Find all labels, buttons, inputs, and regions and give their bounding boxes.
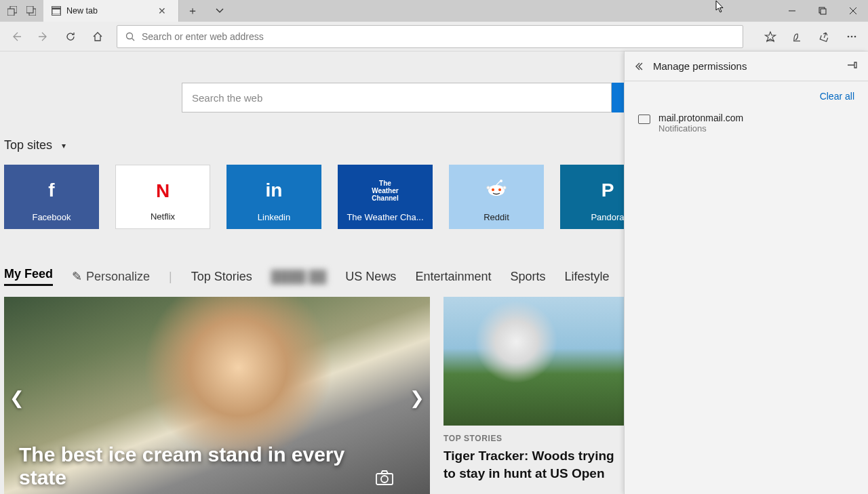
tab-us-news[interactable]: US News (345, 270, 396, 284)
story-category: TOP STORIES (443, 434, 625, 443)
tab-title: New tab (66, 6, 98, 16)
reading-list-button[interactable] (784, 22, 811, 52)
svg-point-21 (503, 186, 506, 189)
weather-channel-icon: TheWeatherChannel (372, 180, 398, 202)
close-window-button[interactable] (837, 0, 868, 22)
svg-rect-4 (52, 7, 60, 9)
tile-label: Linkedin (258, 212, 290, 222)
window-controls (776, 0, 868, 22)
titlebar: New tab ✕ ＋ (0, 0, 868, 22)
tab-top-stories[interactable]: Top Stories (191, 270, 252, 284)
tile-netflix[interactable]: N Netflix (115, 165, 210, 229)
clear-all-link[interactable]: Clear all (625, 81, 868, 108)
chevron-down-icon: ▾ (62, 141, 66, 150)
pin-icon[interactable] (848, 61, 859, 72)
story-card[interactable]: TOP STORIES Tiger Tracker: Woods trying … (443, 297, 625, 494)
address-bar[interactable] (117, 25, 743, 48)
permission-item[interactable]: mail.protonmail.com Notifications (625, 108, 868, 138)
svg-rect-7 (821, 9, 826, 14)
reddit-icon (486, 180, 507, 197)
svg-point-25 (381, 476, 388, 482)
tile-reddit[interactable]: Reddit (449, 165, 544, 229)
tab-preview-chevron-icon[interactable] (206, 0, 233, 22)
svg-point-16 (854, 35, 856, 37)
story-thumbnail (443, 297, 625, 426)
tabs-aside-icon[interactable] (3, 0, 22, 22)
more-button[interactable] (838, 22, 865, 52)
svg-rect-1 (7, 9, 14, 16)
panel-title: Manage permissions (653, 60, 838, 72)
tile-facebook[interactable]: f Facebook (4, 165, 99, 229)
personalize-label: Personalize (86, 270, 150, 284)
new-tab-button[interactable]: ＋ (179, 0, 206, 22)
panel-collapse-icon[interactable] (634, 62, 644, 71)
web-search-box[interactable] (182, 83, 612, 112)
netflix-icon: N (156, 180, 170, 202)
tile-label: Netflix (151, 211, 175, 222)
pandora-icon: P (601, 180, 614, 201)
share-button[interactable] (811, 22, 838, 52)
tile-label: Reddit (484, 212, 509, 222)
permission-site: mail.protonmail.com (658, 112, 743, 123)
browser-tab[interactable]: New tab ✕ (43, 0, 179, 22)
permissions-panel: Manage permissions Clear all mail.proton… (624, 52, 868, 494)
tile-label: The Weather Cha... (347, 212, 423, 222)
svg-point-23 (500, 180, 502, 182)
refresh-button[interactable] (57, 22, 84, 52)
tab-redacted[interactable]: ████ ██ (271, 270, 327, 284)
tab-sports[interactable]: Sports (510, 270, 545, 284)
svg-line-22 (496, 181, 500, 185)
divider: | (169, 270, 172, 284)
toolbar (0, 22, 868, 52)
back-button[interactable] (3, 22, 30, 52)
site-icon (638, 115, 650, 124)
tile-label: Pandora (591, 212, 624, 222)
hero-card[interactable]: ❮ ❯ The best ice cream stand in every st… (4, 297, 430, 494)
svg-rect-2 (26, 6, 33, 13)
svg-point-18 (492, 188, 494, 191)
carousel-prev-icon[interactable]: ❮ (9, 388, 24, 409)
linkedin-icon: in (266, 180, 283, 201)
permission-detail: Notifications (658, 123, 743, 133)
favorites-button[interactable] (757, 22, 784, 52)
tile-label: Facebook (32, 212, 71, 222)
hero-headline: The best ice cream stand in every state (19, 443, 376, 489)
tile-weather[interactable]: TheWeatherChannel The Weather Cha... (338, 165, 433, 229)
tab-close-icon[interactable]: ✕ (155, 5, 169, 16)
svg-line-11 (132, 38, 135, 41)
tile-linkedin[interactable]: in Linkedin (226, 165, 321, 229)
tab-actions-left (0, 0, 43, 22)
carousel-next-icon[interactable]: ❯ (410, 388, 425, 409)
svg-point-14 (848, 35, 850, 37)
panel-header: Manage permissions (625, 52, 868, 81)
svg-point-10 (127, 33, 133, 39)
address-input[interactable] (142, 31, 734, 42)
story-headline: Tiger Tracker: Woods trying to stay in h… (443, 447, 625, 482)
search-icon (125, 32, 135, 41)
top-sites-label: Top sites (4, 138, 52, 152)
tab-personalize[interactable]: ✎ Personalize (72, 269, 150, 284)
tab-lifestyle[interactable]: Lifestyle (564, 270, 609, 284)
tab-actions-right: ＋ (179, 0, 233, 22)
camera-icon (376, 470, 393, 485)
forward-button[interactable] (30, 22, 57, 52)
maximize-button[interactable] (807, 0, 837, 22)
tab-entertainment[interactable]: Entertainment (415, 270, 491, 284)
home-button[interactable] (84, 22, 111, 52)
pencil-icon: ✎ (72, 269, 82, 284)
minimize-button[interactable] (776, 0, 807, 22)
svg-point-19 (498, 188, 501, 191)
tab-my-feed[interactable]: My Feed (4, 267, 53, 286)
set-tabs-aside-icon[interactable] (22, 0, 41, 22)
svg-point-15 (851, 35, 853, 37)
svg-point-20 (487, 186, 490, 189)
tab-favicon-icon (52, 6, 61, 16)
web-search-input[interactable] (192, 92, 601, 104)
facebook-icon: f (48, 180, 54, 201)
